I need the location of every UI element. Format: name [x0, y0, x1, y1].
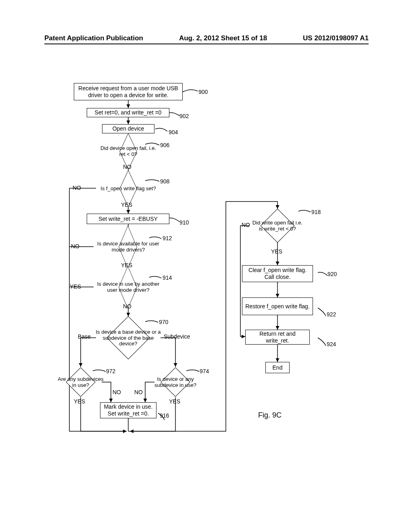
label-912-yes: YES	[121, 262, 132, 268]
decision-906: Did device open fail, i.e. ret < 0?	[104, 140, 152, 162]
label-912-no: NO	[71, 243, 79, 249]
ref-974: 974	[200, 368, 209, 374]
ref-902: 902	[179, 113, 189, 119]
decision-908: Is f_open write flag set?	[96, 177, 161, 199]
process-920: Clear f_open write flag. Call close.	[242, 265, 313, 282]
text-974: Is device or any subdevice in use?	[152, 376, 199, 389]
ref-922: 922	[327, 311, 336, 318]
process-924: Return ret and write_ret.	[245, 330, 310, 345]
header-right: US 2012/0198097 A1	[303, 34, 369, 42]
label-970-subdevice: Subdevice	[164, 333, 190, 340]
process-902: Set ret=0, and write_ret =0	[87, 108, 169, 117]
process-900: Receive request from a user mode USB dri…	[74, 83, 183, 100]
ref-916: 916	[160, 412, 169, 419]
decision-974: Is device or any subdevice in use?	[154, 367, 196, 397]
label-906-no: NO	[123, 164, 131, 170]
ref-908: 908	[160, 178, 169, 185]
text-906: Did device open fail, i.e. ret < 0?	[100, 145, 156, 158]
ref-920: 920	[327, 271, 337, 277]
label-908-no: NO	[73, 185, 81, 191]
decision-972: Are any subdevices in use?	[60, 367, 102, 397]
label-972-yes: YES	[74, 398, 85, 405]
header-center: Aug. 2, 2012 Sheet 15 of 18	[179, 34, 267, 42]
label-972-no: NO	[113, 389, 121, 395]
label-974-yes: YES	[169, 398, 180, 405]
decision-912: Is device available for user mode driver…	[94, 234, 163, 260]
ref-906: 906	[160, 142, 169, 148]
decision-914: Is device in use by another user mode dr…	[94, 274, 163, 300]
flowchart: Receive request from a user mode USB dri…	[0, 48, 413, 492]
text-924: Return ret and write_ret.	[247, 330, 308, 344]
text-970: Is device a base device or a subdevice o…	[94, 329, 162, 347]
ref-972: 972	[106, 368, 115, 374]
decision-918: Did write open fail i.e. is write_ret < …	[249, 209, 306, 243]
text-908: Is f_open write flag set?	[100, 186, 156, 192]
label-908-yes: YES	[121, 202, 132, 208]
header-left: Patent Application Publication	[44, 34, 143, 42]
process-916: Mark device in use. Set write_ret =0.	[100, 402, 156, 418]
page-header: Patent Application Publication Aug. 2, 2…	[44, 34, 369, 42]
text-916: Mark device in use. Set write_ret =0.	[102, 403, 154, 417]
ref-914: 914	[163, 274, 172, 281]
text-972: Are any subdevices in use?	[57, 376, 104, 389]
process-910: Set write_ret = -EBUSY	[87, 214, 169, 224]
ref-970: 970	[159, 319, 168, 325]
ref-910: 910	[179, 219, 189, 226]
label-970-base: Base	[78, 333, 91, 340]
label-914-yes: YES	[70, 283, 81, 290]
text-920: Clear f_open write flag. Call close.	[244, 267, 311, 281]
terminator-end: End	[265, 362, 290, 373]
ref-900: 900	[198, 89, 208, 95]
header-rule	[44, 44, 369, 44]
label-974-no: NO	[134, 389, 143, 395]
text-922: Restore f_open write flag.	[245, 303, 310, 310]
ref-918: 918	[311, 209, 321, 215]
ref-912: 912	[163, 235, 172, 241]
label-914-no: NO	[123, 303, 131, 310]
decision-970: Is device a base device or a subdevice o…	[96, 316, 161, 359]
text-end: End	[273, 364, 283, 371]
text-900: Receive request from a user mode USB dri…	[76, 85, 181, 99]
text-902: Set ret=0, and write_ret =0	[95, 109, 162, 116]
text-914: Is device in use by another user mode dr…	[92, 281, 165, 293]
label-918-yes: YES	[271, 248, 282, 255]
ref-904: 904	[169, 129, 178, 135]
figure-label: Fig. 9C	[258, 411, 282, 420]
label-918-no: NO	[242, 222, 250, 228]
process-922: Restore f_open write flag.	[242, 297, 313, 315]
text-904: Open device	[113, 125, 144, 132]
text-918: Did write open fail i.e. is write_ret < …	[251, 220, 304, 232]
text-912: Is device available for user mode driver…	[92, 241, 165, 253]
text-910: Set write_ret = -EBUSY	[98, 216, 158, 222]
process-904: Open device	[102, 124, 154, 133]
ref-924: 924	[327, 341, 336, 347]
